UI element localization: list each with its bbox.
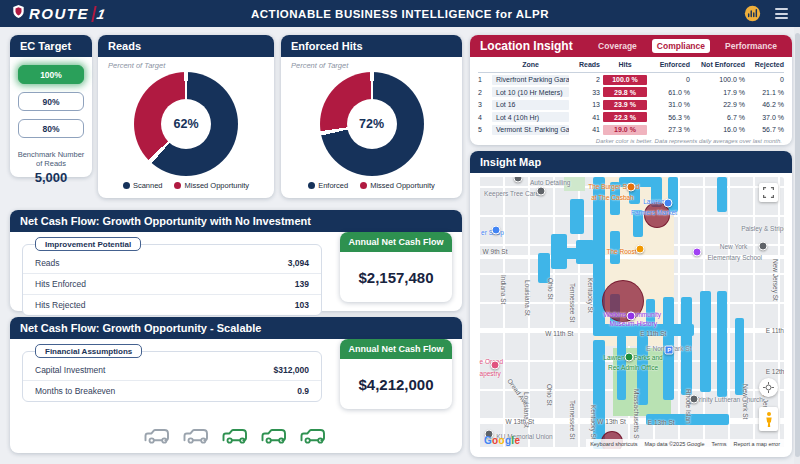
map-label: W 9th St bbox=[483, 249, 508, 256]
legend-dot-icon bbox=[174, 182, 181, 189]
poi-marker-icon[interactable] bbox=[513, 177, 522, 183]
table-header-row: ZoneReadsHitsEnforcedNot EnforcedRejecte… bbox=[478, 60, 784, 73]
poi-marker-icon[interactable] bbox=[663, 198, 672, 207]
cell-hits-badge: 100.0 % bbox=[603, 75, 647, 85]
cell-rejected: 0 bbox=[748, 76, 784, 83]
reads-donut-chart[interactable]: 62% bbox=[134, 72, 238, 176]
cell-rejected: 21.1 % bbox=[748, 89, 784, 96]
poi-marker-icon[interactable] bbox=[689, 394, 698, 403]
table-row[interactable]: 2Lot 10 (10 Hr Meters)3329.8 %61.0 %17.9… bbox=[478, 86, 784, 99]
legend-item: Missed Opportunity bbox=[174, 181, 249, 190]
enforced-hits-donut-chart[interactable]: 72% bbox=[320, 72, 424, 176]
ec-target-option-80%[interactable]: 80% bbox=[18, 119, 84, 138]
brand-text: ROUTE bbox=[29, 5, 89, 22]
cell-enforced: 27.3 % bbox=[650, 126, 690, 133]
traffic-segment bbox=[668, 177, 679, 212]
legend-label: Missed Opportunity bbox=[370, 181, 435, 190]
menu-icon[interactable] bbox=[775, 8, 788, 19]
brand-mark: 1 bbox=[91, 6, 106, 22]
page-scrollbar-thumb[interactable] bbox=[795, 33, 800, 457]
insight-map-header: Insight Map bbox=[470, 151, 792, 173]
map-label: E 11th St bbox=[640, 331, 666, 338]
pegman-icon[interactable] bbox=[759, 407, 778, 431]
map-canvas[interactable]: Google Keyboard shortcutsMap data ©2025 … bbox=[478, 177, 784, 449]
legend-dot-icon bbox=[360, 182, 367, 189]
cell-zone: Lot 16 bbox=[492, 100, 569, 110]
cell-not-enforced: 6.7 % bbox=[693, 114, 745, 121]
cell-zone: Lot 4 (10h Hr) bbox=[492, 112, 569, 122]
map-label: E 12th S bbox=[766, 369, 784, 376]
attribution-link[interactable]: Terms bbox=[712, 441, 727, 447]
attribution-link[interactable]: Map data ©2025 Google bbox=[645, 441, 705, 447]
row-number: 4 bbox=[478, 114, 489, 121]
map-label: Auto Detailing bbox=[530, 180, 570, 187]
locate-button[interactable] bbox=[759, 378, 778, 397]
attribution-link[interactable]: Keyboard shortcuts bbox=[590, 441, 637, 447]
row-number: 1 bbox=[478, 76, 489, 83]
col-header-hits[interactable]: Hits bbox=[603, 61, 647, 68]
cell-rejected: 56.7 % bbox=[748, 126, 784, 133]
col-header-zone[interactable]: Zone bbox=[492, 61, 569, 68]
col-header-not-enforced[interactable]: Not Enforced bbox=[693, 61, 745, 68]
map-label: Rec Admin Office bbox=[608, 365, 658, 372]
tab-compliance[interactable]: Compliance bbox=[652, 39, 710, 53]
cell-enforced: 0 bbox=[650, 76, 690, 83]
ec-target-option-90%[interactable]: 90% bbox=[18, 92, 84, 111]
attribution-link[interactable]: Report a map error bbox=[734, 441, 780, 447]
ec-target-options: 100%90%80% bbox=[10, 57, 92, 148]
row-number: 2 bbox=[478, 89, 489, 96]
annual-net-cash-flow-card: Annual Net Cash Flow $2,157,480 bbox=[340, 232, 452, 302]
map-label: Elementary School bbox=[708, 255, 763, 262]
poi-marker-icon[interactable] bbox=[692, 247, 701, 256]
legend-label: Missed Opportunity bbox=[184, 181, 249, 190]
metric-label: Capital Investment bbox=[35, 365, 105, 375]
poi-marker-icon[interactable] bbox=[536, 186, 545, 195]
cell-hits-badge: 23.9 % bbox=[603, 100, 647, 110]
table-row[interactable]: 1Riverfront Parking Garage (Ramp)2100.0 … bbox=[478, 74, 784, 87]
metric-row: Months to Breakeven0.9 bbox=[23, 381, 321, 401]
shield-icon bbox=[12, 4, 25, 23]
annual-net-cash-flow-label-scalable: Annual Net Cash Flow bbox=[340, 339, 452, 359]
cell-enforced: 31.0 % bbox=[650, 101, 690, 108]
ec-target-option-100%[interactable]: 100% bbox=[18, 65, 84, 84]
truck-icon-green bbox=[260, 426, 290, 446]
map-label: Kentucky St bbox=[590, 405, 597, 440]
analytics-icon[interactable] bbox=[744, 5, 761, 22]
cell-enforced: 56.3 % bbox=[650, 114, 690, 121]
poi-marker-icon[interactable] bbox=[625, 352, 634, 361]
traffic-segment bbox=[558, 248, 595, 259]
google-logo[interactable]: Google bbox=[484, 435, 520, 446]
table-row[interactable]: 5Vermont St. Parking Garage (Permit/Pay)… bbox=[478, 124, 784, 137]
poi-marker-icon[interactable] bbox=[627, 311, 636, 320]
map-label: Indiana St bbox=[499, 275, 506, 304]
ec-target-panel: EC Target 100%90%80% Benchmark Number of… bbox=[10, 35, 92, 177]
map-label: Kentucky St bbox=[587, 278, 594, 313]
cell-reads: 33 bbox=[572, 89, 600, 96]
col-header-enforced[interactable]: Enforced bbox=[650, 61, 690, 68]
tab-performance[interactable]: Performance bbox=[720, 39, 782, 53]
table-row[interactable]: 3Lot 161323.9 %31.0 %22.9 %46.2 % bbox=[478, 99, 784, 112]
poi-marker-icon[interactable] bbox=[490, 360, 499, 369]
cell-hits-badge: 29.8 % bbox=[603, 87, 647, 97]
col-header-rejected[interactable]: Rejected bbox=[748, 61, 784, 68]
cell-reads: 41 bbox=[572, 114, 600, 121]
poi-marker-icon[interactable] bbox=[636, 245, 645, 254]
parking-marker-icon[interactable]: P bbox=[665, 345, 674, 354]
poi-marker-icon[interactable] bbox=[492, 226, 501, 235]
enforced-hits-percent-label: 72% bbox=[320, 72, 424, 176]
enforced-hits-panel: Enforced Hits Percent of Target 72% Enfo… bbox=[281, 35, 462, 198]
col-header-reads[interactable]: Reads bbox=[572, 61, 600, 68]
ncf-scalable-header: Net Cash Flow: Growth Opportunity - Scal… bbox=[10, 317, 462, 339]
google-letter: G bbox=[484, 435, 492, 446]
map-label: The Roost bbox=[607, 249, 637, 256]
page-scrollbar-track[interactable] bbox=[794, 0, 800, 464]
poi-marker-icon[interactable] bbox=[627, 182, 636, 191]
tab-coverage[interactable]: Coverage bbox=[593, 39, 642, 53]
cell-reads: 41 bbox=[572, 126, 600, 133]
ncf-no-investment-panel: Net Cash Flow: Growth Opportunity with N… bbox=[10, 210, 462, 311]
traffic-segment bbox=[570, 199, 584, 234]
fullscreen-button[interactable] bbox=[759, 183, 778, 202]
map-label: Keepers Tree Care bbox=[484, 191, 539, 198]
table-row[interactable]: 4Lot 4 (10h Hr)4122.3 %56.3 %6.7 %37.0 % bbox=[478, 111, 784, 124]
poi-marker-icon[interactable] bbox=[758, 242, 767, 251]
